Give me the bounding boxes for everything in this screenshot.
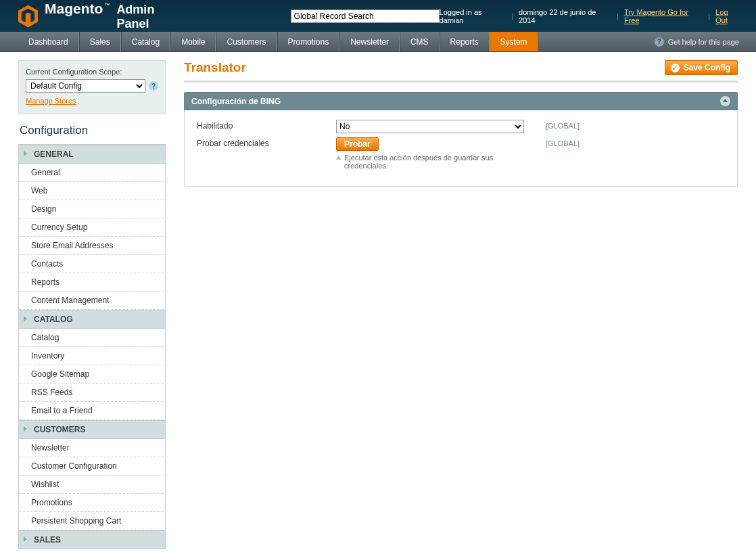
sidebar-section-sales[interactable]: SALES (18, 530, 166, 549)
try-magento-link[interactable]: Try Magento Go for Free (624, 8, 703, 24)
page-divider (184, 80, 738, 83)
nav-item-reports[interactable]: Reports (440, 32, 490, 51)
manage-stores-link[interactable]: Manage Stores (26, 97, 76, 105)
logout-link[interactable]: Log Out (715, 8, 741, 24)
page-title: Translator (184, 60, 246, 75)
scope-enabled: [GLOBAL] (546, 120, 580, 130)
header-date: domingo 22 de junio de 2014 (519, 8, 611, 24)
logo-main: Magento (45, 1, 103, 17)
logo-sub: Admin Panel (116, 3, 185, 31)
nav-item-dashboard[interactable]: Dashboard (18, 32, 79, 51)
logo[interactable]: Magento™ Admin Panel (18, 1, 186, 31)
fieldset-title: Configuración de BING (191, 97, 281, 106)
nav-item-system[interactable]: System (490, 32, 538, 51)
sidebar-section-customers[interactable]: CUSTOMERS (18, 420, 166, 439)
sidebar-item-catalog[interactable]: Catalog (18, 329, 166, 347)
fieldset-body: Habilitado No [GLOBAL] Probar credencial… (184, 110, 738, 187)
sidebar-item-google-sitemap[interactable]: Google Sitemap (18, 365, 166, 384)
nav-help-text: Get help for this page (668, 38, 739, 46)
sidebar-item-content-management[interactable]: Content Management (18, 292, 166, 310)
label-test: Probar credenciales (197, 137, 336, 148)
row-test-credentials: Probar credenciales Probar Ejecutar esta… (197, 137, 725, 170)
sidebar-item-contacts[interactable]: Contacts (18, 255, 166, 273)
check-icon: ✓ (671, 64, 680, 72)
sidebar-section-general[interactable]: GENERAL (18, 145, 166, 164)
main-content: Translator ✓ Save Config Configuración d… (184, 60, 738, 549)
sidebar-item-design[interactable]: Design (18, 200, 166, 218)
hint-test: Ejecutar esta acción después de guardar … (336, 154, 505, 170)
sidebar-item-rss-feeds[interactable]: RSS Feeds (18, 384, 166, 402)
global-search (291, 9, 440, 23)
label-enabled: Habilitado (197, 120, 336, 131)
scope-test: [GLOBAL] (546, 137, 580, 147)
chevron-right-icon (24, 316, 27, 321)
sidebar-item-store-email-addresses[interactable]: Store Email Addresses (18, 237, 166, 255)
config-sidebar: Current Configuration Scope: Default Con… (18, 60, 166, 549)
nav-item-cms[interactable]: CMS (400, 32, 440, 51)
header-right: Logged in as damian | domingo 22 de juni… (440, 8, 741, 24)
nav-item-catalog[interactable]: Catalog (121, 32, 170, 51)
row-enabled: Habilitado No [GLOBAL] (197, 120, 725, 133)
global-search-input[interactable] (291, 9, 440, 23)
sidebar-section-catalog[interactable]: CATALOG (18, 310, 166, 329)
scope-box: Current Configuration Scope: Default Con… (18, 60, 166, 114)
sidebar-item-inventory[interactable]: Inventory (18, 347, 166, 365)
sidebar-item-wishlist[interactable]: Wishlist (18, 476, 166, 494)
logged-in-text: Logged in as damian (440, 8, 506, 24)
config-title: Configuration (18, 114, 166, 145)
sidebar-item-currency-setup[interactable]: Currency Setup (18, 218, 166, 237)
sidebar-item-web[interactable]: Web (18, 182, 166, 200)
scope-label: Current Configuration Scope: (26, 68, 158, 76)
scope-help-icon[interactable]: ? (149, 81, 158, 91)
collapse-icon (720, 96, 730, 106)
logo-tm: ™ (104, 2, 110, 8)
test-credentials-button[interactable]: Probar (336, 137, 379, 151)
logo-text: Magento™ Admin Panel (45, 1, 186, 31)
fieldset-header[interactable]: Configuración de BING (184, 92, 738, 110)
help-icon: ? (655, 37, 664, 47)
sidebar-item-email-to-a-friend[interactable]: Email to a Friend (18, 402, 166, 420)
main-nav: DashboardSalesCatalogMobileCustomersProm… (0, 32, 756, 52)
nav-item-customers[interactable]: Customers (216, 32, 277, 51)
sidebar-item-reports[interactable]: Reports (18, 273, 166, 292)
sidebar-item-persistent-shopping-cart[interactable]: Persistent Shopping Cart (18, 512, 166, 530)
chevron-right-icon (24, 536, 27, 542)
sidebar-item-newsletter[interactable]: Newsletter (18, 439, 166, 457)
nav-item-sales[interactable]: Sales (79, 32, 121, 51)
scope-select[interactable]: Default Config (26, 79, 145, 93)
nav-item-promotions[interactable]: Promotions (277, 32, 340, 51)
chevron-right-icon (24, 426, 27, 432)
magento-logo-icon (18, 5, 38, 28)
admin-header: Magento™ Admin Panel Logged in as damian… (0, 0, 756, 32)
sidebar-item-promotions[interactable]: Promotions (18, 494, 166, 512)
save-config-button[interactable]: ✓ Save Config (665, 60, 738, 75)
sidebar-item-customer-configuration[interactable]: Customer Configuration (18, 457, 166, 476)
nav-help-link[interactable]: ? Get help for this page (638, 32, 756, 51)
select-enabled[interactable]: No (336, 120, 524, 133)
chevron-right-icon (24, 151, 27, 156)
nav-item-mobile[interactable]: Mobile (170, 32, 216, 51)
sidebar-item-general[interactable]: General (18, 164, 166, 182)
nav-item-newsletter[interactable]: Newsletter (339, 32, 400, 51)
